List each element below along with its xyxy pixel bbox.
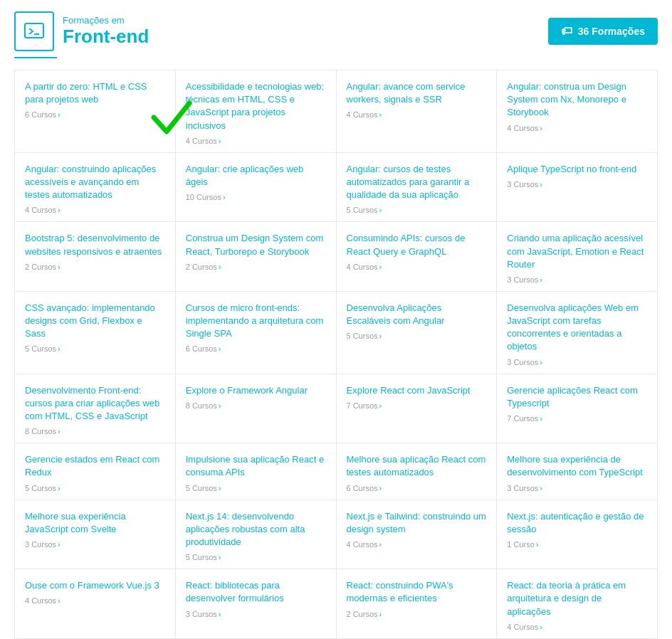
header: Formações em Front-end 🏷 36 Formações (14, 11, 658, 51)
arrow-icon: › (379, 540, 382, 549)
course-card[interactable]: React: construindo PWA's modernas e efic… (337, 569, 498, 639)
course-title[interactable]: Explore React com JavaScript (347, 384, 487, 397)
course-title[interactable]: React: da teoria à prática em arquitetur… (507, 579, 647, 618)
course-title[interactable]: Next.js e Tailwind: construindo um desig… (347, 510, 487, 536)
course-title[interactable]: Angular: construindo aplicações acessíve… (25, 163, 165, 202)
arrow-icon: › (58, 206, 61, 214)
course-card[interactable]: Gerencie aplicações React com Typescript… (497, 374, 658, 444)
course-count: 2 Cursos › (186, 263, 326, 271)
course-card[interactable]: Melhore sua experiência de desenvolvimen… (497, 443, 658, 500)
course-card[interactable]: Angular: avance com service workers, sig… (337, 70, 498, 153)
arrow-icon: › (379, 206, 382, 214)
course-card[interactable]: Melhore sua aplicação React com testes a… (337, 443, 498, 500)
arrow-icon: › (540, 124, 542, 132)
course-count: 3 Cursos › (507, 180, 647, 189)
course-card[interactable]: Angular: construa um Design System com N… (497, 70, 658, 153)
course-card[interactable]: Desenvolva aplicações Web em JavaScript … (497, 292, 658, 374)
course-count-text: 7 Cursos (347, 401, 378, 410)
course-card[interactable]: Next.js: autenticação e gestão de sessão… (497, 500, 658, 570)
course-card[interactable]: Desenvolvimento Front-end: cursos para c… (15, 374, 176, 444)
header-title: Front-end (63, 26, 149, 48)
arrow-icon: › (379, 332, 382, 340)
course-card[interactable]: Cursos de micro front-ends: implementand… (176, 292, 337, 374)
course-count: 7 Cursos › (507, 414, 647, 423)
course-card[interactable]: Angular: crie aplicações web ágeis10 Cur… (176, 153, 337, 223)
course-card[interactable]: Angular: cursos de testes automatizados … (337, 153, 498, 223)
arrow-icon: › (219, 263, 221, 271)
course-title[interactable]: React: bibliotecas para desenvolver form… (186, 579, 326, 605)
course-title[interactable]: Melhore sua experiência de desenvolvimen… (507, 453, 647, 479)
course-card[interactable]: React: da teoria à prática em arquitetur… (497, 569, 658, 639)
checkmark-icon (147, 93, 196, 145)
course-count: 4 Cursos › (25, 206, 165, 214)
course-title[interactable]: Angular: construa um Design System com N… (507, 80, 647, 120)
course-card[interactable]: React: bibliotecas para desenvolver form… (176, 569, 337, 639)
course-card[interactable]: Gerencie estados em React com Redux5 Cur… (15, 443, 176, 500)
course-title[interactable]: Angular: avance com service workers, sig… (347, 80, 487, 106)
course-card[interactable]: Explore o Framework Angular8 Cursos › (176, 374, 337, 444)
course-title[interactable]: Angular: cursos de testes automatizados … (347, 163, 487, 202)
course-card[interactable]: Explore React com JavaScript7 Cursos › (337, 374, 498, 444)
course-count-text: 6 Cursos (186, 344, 217, 353)
course-title[interactable]: Consumindo APIs: cursos de React Query e… (347, 232, 487, 258)
course-title[interactable]: Next.js: autenticação e gestão de sessão (507, 510, 647, 536)
course-count: 2 Cursos › (25, 263, 165, 271)
course-title[interactable]: Melhore sua aplicação React com testes a… (347, 453, 487, 479)
course-title[interactable]: CSS avançado: implementando designs com … (25, 302, 165, 341)
course-title[interactable]: Construa um Design System com React, Tur… (186, 232, 326, 258)
course-title[interactable]: Acessibilidade e tecnologias web: técnic… (186, 80, 326, 132)
course-count: 1 Curso › (507, 540, 647, 549)
page-container: Formações em Front-end 🏷 36 Formações A … (0, 0, 672, 639)
course-title[interactable]: Next.js 14: desenvolvendo aplicações rob… (186, 510, 326, 549)
course-count: 5 Cursos › (25, 484, 165, 492)
course-card[interactable]: Bootstrap 5: desenvolvimento de websites… (15, 222, 176, 292)
course-count-text: 5 Cursos (347, 206, 378, 214)
course-count-text: 5 Cursos (186, 553, 217, 561)
course-title[interactable]: React: construindo PWA's modernas e efic… (347, 579, 487, 605)
header-left: Formações em Front-end (14, 11, 149, 51)
course-card[interactable]: A partir do zero: HTML e CSS para projet… (15, 70, 176, 153)
course-card[interactable]: Consumindo APIs: cursos de React Query e… (337, 222, 498, 292)
course-count-text: 6 Cursos (25, 110, 56, 119)
course-count: 4 Cursos › (507, 124, 647, 132)
course-title[interactable]: Explore o Framework Angular (186, 384, 326, 397)
course-title[interactable]: Melhore sua experiência JavaScript com S… (25, 510, 165, 536)
course-card[interactable]: Next.js 14: desenvolvendo aplicações rob… (176, 500, 337, 570)
course-count: 4 Cursos › (507, 623, 647, 631)
course-title[interactable]: Criando uma aplicação acessível com Java… (507, 232, 647, 271)
course-card[interactable]: Criando uma aplicação acessível com Java… (497, 222, 658, 292)
course-card[interactable]: CSS avançado: implementando designs com … (15, 292, 176, 374)
formations-button[interactable]: 🏷 36 Formações (548, 18, 658, 45)
course-title[interactable]: Impulsione sua aplicação React e consuma… (186, 453, 326, 479)
course-title[interactable]: Gerencie aplicações React com Typescript (507, 384, 647, 410)
course-count-text: 4 Cursos (347, 540, 378, 549)
course-count-text: 2 Cursos (25, 263, 56, 271)
arrow-icon: › (58, 427, 61, 435)
course-title[interactable]: Cursos de micro front-ends: implementand… (186, 302, 326, 341)
course-title[interactable]: Desenvolva aplicações Web em JavaScript … (507, 302, 647, 354)
course-title[interactable]: Angular: crie aplicações web ágeis (186, 163, 326, 189)
arrow-icon: › (540, 275, 542, 284)
course-title[interactable]: A partir do zero: HTML e CSS para projet… (25, 80, 165, 106)
course-title[interactable]: Ouse com o Framework Vue.js 3 (25, 579, 165, 592)
course-card[interactable]: Construa um Design System com React, Tur… (176, 222, 337, 292)
course-count-text: 5 Cursos (186, 484, 217, 492)
course-title[interactable]: Bootstrap 5: desenvolvimento de websites… (25, 232, 165, 258)
course-card[interactable]: Angular: construindo aplicações acessíve… (15, 153, 176, 223)
course-card[interactable]: Melhore sua experiência JavaScript com S… (15, 500, 176, 570)
course-card[interactable]: Aplique TypeScript no front-end3 Cursos … (497, 153, 658, 223)
course-count: 3 Cursos › (25, 540, 165, 549)
course-card[interactable]: Acessibilidade e tecnologias web: técnic… (176, 70, 337, 153)
arrow-icon: › (379, 484, 382, 492)
course-card[interactable]: Impulsione sua aplicação React e consuma… (176, 443, 337, 500)
course-title[interactable]: Aplique TypeScript no front-end (507, 163, 647, 176)
course-title[interactable]: Desenvolva Aplicações Escaláveis com Ang… (347, 302, 487, 327)
course-count: 6 Cursos › (186, 344, 326, 353)
course-title[interactable]: Desenvolvimento Front-end: cursos para c… (25, 384, 165, 423)
course-title[interactable]: Gerencie estados em React com Redux (25, 453, 165, 479)
course-card[interactable]: Desenvolva Aplicações Escaláveis com Ang… (337, 292, 498, 374)
course-card[interactable]: Ouse com o Framework Vue.js 34 Cursos › (15, 569, 176, 639)
course-count: 8 Cursos › (186, 401, 326, 410)
course-card[interactable]: Next.js e Tailwind: construindo um desig… (337, 500, 498, 570)
arrow-icon: › (219, 137, 221, 145)
